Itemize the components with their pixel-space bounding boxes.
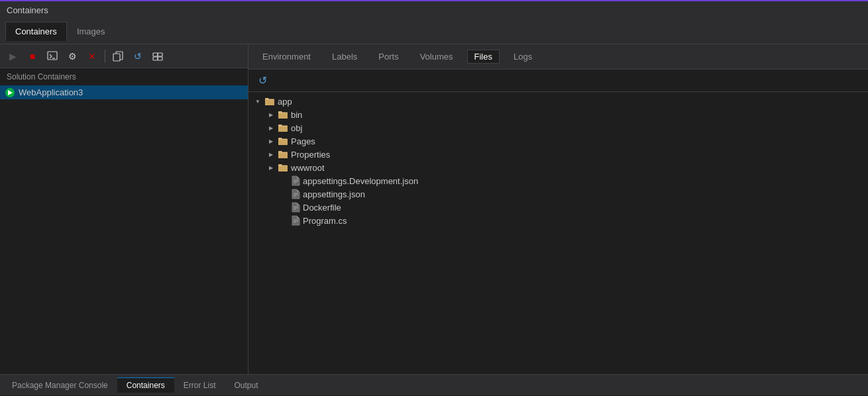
copy-button[interactable] [109, 48, 127, 64]
folder-icon-pages [278, 136, 288, 146]
toolbar: ▶ ■ ⚙ ✕ ↺ [0, 44, 248, 68]
file-tree: app bin [248, 92, 868, 374]
bottom-tabs: Package Manager Console Containers Error… [0, 374, 868, 395]
bottom-tab-containers[interactable]: Containers [117, 377, 174, 393]
chevron-obj [267, 124, 275, 132]
chevron-bin [267, 111, 275, 119]
folder-obj-label: obj [291, 123, 302, 133]
tab-images[interactable]: Images [67, 22, 115, 41]
play-button[interactable]: ▶ [4, 48, 21, 64]
file-icon-dockerfile [291, 202, 300, 213]
attach-button[interactable] [149, 48, 166, 64]
svg-rect-7 [158, 57, 162, 60]
tab-volumes[interactable]: Volumes [413, 50, 461, 64]
title-label: Containers [7, 5, 48, 15]
file-icon-appsettings-dev [291, 175, 300, 186]
svg-rect-6 [153, 57, 158, 60]
file-dockerfile[interactable]: Dockerfile [248, 201, 868, 214]
settings-button[interactable]: ⚙ [64, 48, 81, 64]
folder-obj[interactable]: obj [248, 121, 868, 134]
right-tabs: Environment Labels Ports Volumes Files L… [248, 44, 868, 70]
folder-wwwroot-label: wwwroot [291, 163, 325, 173]
file-icon-appsettings [291, 189, 300, 199]
container-name: WebApplication3 [19, 87, 83, 97]
chevron-wwwroot [267, 164, 275, 172]
svg-rect-3 [113, 54, 120, 61]
folder-wwwroot[interactable]: wwwroot [248, 161, 868, 174]
chevron-properties [267, 150, 275, 158]
solution-label: Solution Containers [0, 68, 248, 85]
folder-pages-label: Pages [291, 136, 315, 146]
left-panel: ▶ ■ ⚙ ✕ ↺ [0, 44, 248, 374]
folder-icon-bin [278, 109, 288, 120]
folder-app-label: app [278, 97, 292, 107]
file-appsettings-dev-label: appsettings.Development.json [303, 176, 418, 186]
folder-icon-wwwroot [278, 162, 288, 173]
file-icon-program [291, 215, 300, 226]
svg-rect-5 [158, 53, 162, 56]
restart-button[interactable]: ↺ [129, 48, 146, 64]
folder-bin-label: bin [291, 110, 302, 120]
bottom-tab-package-manager[interactable]: Package Manager Console [3, 377, 117, 393]
folder-app[interactable]: app [248, 95, 868, 108]
folder-properties-label: Properties [291, 150, 330, 160]
stop-button[interactable]: ■ [24, 48, 41, 64]
bottom-tab-output[interactable]: Output [225, 377, 267, 393]
folder-icon-properties [278, 149, 288, 160]
title-bar: Containers [0, 0, 868, 19]
file-program-label: Program.cs [303, 216, 347, 226]
chevron-app [254, 97, 262, 105]
folder-icon-obj [278, 123, 288, 133]
terminal-button[interactable] [44, 48, 61, 64]
svg-rect-4 [153, 53, 158, 56]
tab-files[interactable]: Files [467, 50, 500, 64]
folder-properties[interactable]: Properties [248, 148, 868, 161]
right-panel: Environment Labels Ports Volumes Files L… [248, 44, 868, 374]
top-tabs-row: Containers Images [0, 19, 868, 44]
bottom-tab-error-list[interactable]: Error List [174, 377, 225, 393]
running-indicator [5, 88, 15, 97]
tab-environment[interactable]: Environment [255, 50, 318, 64]
file-appsettings-label: appsettings.json [303, 189, 365, 199]
file-dockerfile-label: Dockerfile [303, 203, 341, 213]
file-program[interactable]: Program.cs [248, 214, 868, 227]
refresh-button[interactable]: ↺ [254, 73, 271, 89]
chevron-pages [267, 137, 275, 145]
remove-button[interactable]: ✕ [83, 48, 101, 64]
separator-1 [105, 50, 105, 63]
tab-containers[interactable]: Containers [5, 22, 67, 41]
right-toolbar: ↺ [248, 70, 868, 92]
file-appsettings-dev[interactable]: appsettings.Development.json [248, 174, 868, 187]
folder-pages[interactable]: Pages [248, 134, 868, 148]
tab-ports[interactable]: Ports [371, 50, 406, 64]
file-appsettings[interactable]: appsettings.json [248, 187, 868, 201]
tab-logs[interactable]: Logs [506, 50, 539, 64]
container-item-webapp3[interactable]: WebApplication3 [0, 85, 248, 99]
content-area: ▶ ■ ⚙ ✕ ↺ [0, 44, 868, 374]
folder-bin[interactable]: bin [248, 108, 868, 121]
main-container: Containers Images ▶ ■ ⚙ ✕ [0, 19, 868, 395]
tab-labels[interactable]: Labels [325, 50, 364, 64]
folder-icon-app [264, 96, 275, 107]
